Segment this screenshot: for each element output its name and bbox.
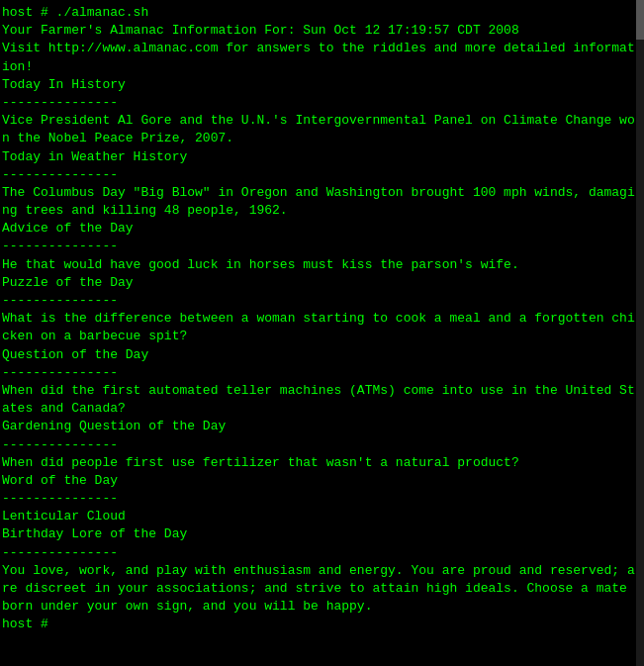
gardening-heading: Gardening Question of the Day xyxy=(2,418,640,435)
birthday-div: --------------- xyxy=(2,544,640,562)
birthday-heading: Birthday Lore of the Day xyxy=(2,525,640,543)
terminal-window: host # ./almanac.shYour Farmer's Almanac… xyxy=(0,0,644,666)
weather-history-heading: Today in Weather History xyxy=(2,148,640,166)
today-history-heading: Today In History xyxy=(2,76,640,94)
cmd-prompt: host # ./almanac.sh xyxy=(2,4,640,22)
scrollbar-thumb[interactable] xyxy=(636,0,644,40)
today-history-text: Vice President Al Gore and the U.N.'s In… xyxy=(2,112,640,147)
puzzle-div: --------------- xyxy=(2,292,640,310)
advice-heading: Advice of the Day xyxy=(2,220,640,238)
question-heading: Question of the Day xyxy=(2,346,640,364)
weather-history-div: --------------- xyxy=(2,166,640,184)
question-div: --------------- xyxy=(2,364,640,382)
birthday-text: You love, work, and play with enthusiasm… xyxy=(2,562,640,617)
advice-div: --------------- xyxy=(2,238,640,255)
gardening-text: When did people first use fertilizer tha… xyxy=(2,454,640,472)
end-prompt: host # xyxy=(2,616,640,633)
puzzle-text: What is the difference between a woman s… xyxy=(2,310,640,345)
word-text: Lenticular Cloud xyxy=(2,508,640,525)
word-div: --------------- xyxy=(2,490,640,508)
word-heading: Word of the Day xyxy=(2,472,640,490)
gardening-div: --------------- xyxy=(2,436,640,454)
title: Your Farmer's Almanac Information For: S… xyxy=(2,22,640,40)
advice-text: He that would have good luck in horses m… xyxy=(2,256,640,274)
today-history-div: --------------- xyxy=(2,94,640,112)
scrollbar[interactable] xyxy=(636,0,644,666)
puzzle-heading: Puzzle of the Day xyxy=(2,274,640,292)
visit: Visit http://www.almanac.com for answers… xyxy=(2,40,640,75)
weather-history-text: The Columbus Day "Big Blow" in Oregon an… xyxy=(2,184,640,220)
question-text: When did the first automated teller mach… xyxy=(2,382,640,418)
